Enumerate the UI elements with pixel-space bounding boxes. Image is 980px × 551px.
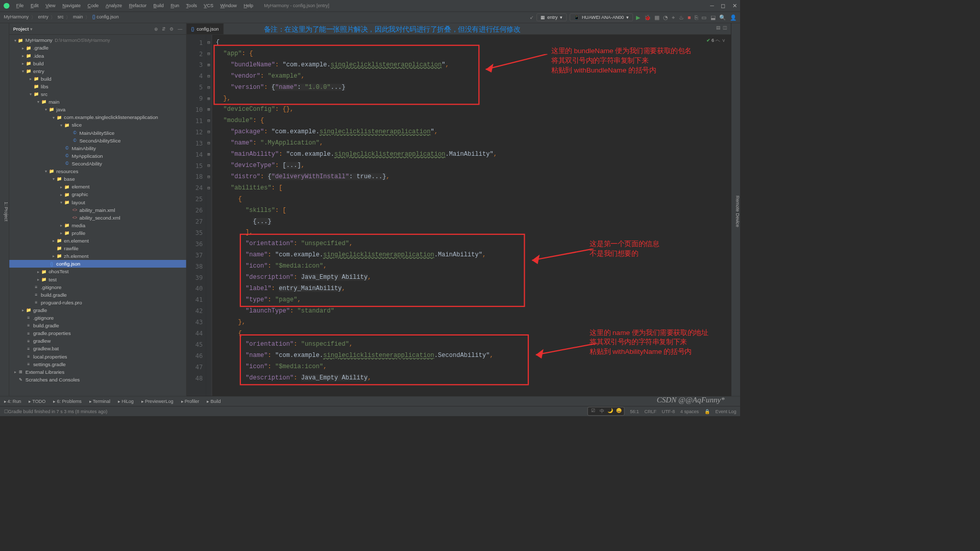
tree-item[interactable]: <>ability_main.xml	[9, 206, 186, 213]
menu-edit[interactable]: Edit	[28, 2, 42, 10]
tree-item[interactable]: ▾📁com.example.singleclicklistenerapplica…	[9, 113, 186, 121]
tree-item[interactable]: ©MainAbility	[9, 144, 186, 152]
account-icon[interactable]: 👤	[730, 14, 737, 21]
tree-item[interactable]: ▸📁element	[9, 183, 186, 190]
crumb-2[interactable]: src	[58, 14, 64, 21]
fold-gutter[interactable]: ⊟⊟⊞⊟⊟⊞⊞⊟⊟⊟⊞⊟⊟⊟	[206, 35, 212, 396]
tree-item[interactable]: ≡settings.gradle	[9, 360, 186, 368]
crumb-1[interactable]: entry	[38, 14, 48, 21]
tree-item[interactable]: ≡build.gradle	[9, 291, 186, 298]
tree-item[interactable]: ▾📁main	[9, 98, 186, 106]
tool-terminal[interactable]: ▸ Terminal	[89, 398, 110, 404]
tree-item[interactable]: ▾📁base	[9, 175, 186, 183]
line-sep[interactable]: CRLF	[644, 409, 656, 414]
tree-item[interactable]: ©MyApplication	[9, 152, 186, 160]
tree-item[interactable]: ▾📁src	[9, 90, 186, 98]
avd-icon[interactable]: ▭	[701, 14, 706, 21]
tool-hilog[interactable]: ▸ HiLog	[118, 398, 134, 404]
tree-item[interactable]: ▸⊞External Libraries	[9, 368, 186, 375]
crumb-0[interactable]: MyHarmony	[4, 14, 29, 21]
stop-icon[interactable]: ■	[688, 14, 691, 21]
tree-item[interactable]: ▾📁resources	[9, 167, 186, 175]
menu-vcs[interactable]: VCS	[201, 2, 216, 10]
menu-navigate[interactable]: Navigate	[59, 2, 84, 10]
expand-icon[interactable]: ⇵	[162, 26, 166, 32]
tool-profiler[interactable]: ▸ Profiler	[181, 398, 200, 404]
tree-item[interactable]: ≡.gitignore	[9, 314, 186, 322]
tree-item[interactable]: ≡proguard-rules.pro	[9, 299, 186, 306]
tree-item[interactable]: 📁libs	[9, 83, 186, 90]
project-tree[interactable]: ▾📁MyHarmonyD:\HarmonOS\MyHarmony▸📁.gradl…	[9, 35, 186, 396]
tab-config-json[interactable]: {} config.json	[187, 23, 224, 34]
coverage-icon[interactable]: ▦	[654, 14, 659, 21]
tree-item[interactable]: {}config.json	[9, 260, 186, 268]
tool-build[interactable]: ▸ Build	[207, 398, 220, 404]
crumb-3[interactable]: main	[73, 14, 83, 21]
tree-item[interactable]: ▸📁zh.element	[9, 252, 186, 260]
tree-item[interactable]: ▸📁ohosTest	[9, 268, 186, 275]
menu-help[interactable]: Help	[240, 2, 256, 10]
tree-item[interactable]: ▸📁.gradle	[9, 44, 186, 52]
tree-item[interactable]: ▸📁build	[9, 75, 186, 83]
code-content[interactable]: { "app": { "bundleName": "com.example.si…	[212, 35, 730, 396]
tree-item[interactable]: ▾📁MyHarmonyD:\HarmonOS\MyHarmony	[9, 36, 186, 44]
close-icon[interactable]: ✕	[732, 3, 737, 9]
run-icon[interactable]: ▶	[636, 14, 640, 21]
tree-item[interactable]: ▸📁graphic	[9, 190, 186, 198]
tree-item[interactable]: 📁rawfile	[9, 245, 186, 252]
device-selector[interactable]: 📱 HUAWEI ANA-AN00 ▾	[570, 13, 633, 21]
menu-analyze[interactable]: Analyze	[103, 2, 125, 10]
minimize-icon[interactable]: ─	[710, 3, 714, 9]
menu-window[interactable]: Window	[217, 2, 240, 10]
tree-item[interactable]: <>ability_second.xml	[9, 213, 186, 221]
tree-item[interactable]: ©MainAbilitySlice	[9, 129, 186, 136]
tree-item[interactable]: ▸📁en.element	[9, 237, 186, 245]
tool-6-problems[interactable]: ▸ 6: Problems	[53, 398, 81, 404]
tree-item[interactable]: ≡gradle.properties	[9, 329, 186, 337]
attach-icon[interactable]: ⌖	[672, 14, 675, 21]
hot-icon[interactable]: ♨	[679, 14, 684, 21]
tree-item[interactable]: ≡.gitignore	[9, 283, 186, 291]
tree-item[interactable]: ▸📁profile	[9, 229, 186, 237]
encoding[interactable]: UTF-8	[662, 409, 675, 414]
menu-run[interactable]: Run	[167, 2, 182, 10]
menu-build[interactable]: Build	[151, 2, 167, 10]
tree-item[interactable]: ©SecondAbility	[9, 160, 186, 167]
maximize-icon[interactable]: ◻	[721, 3, 725, 9]
hide-icon[interactable]: —	[178, 26, 182, 32]
tree-item[interactable]: ▸📁.idea	[9, 52, 186, 59]
tool-4-run[interactable]: ▸ 4: Run	[4, 398, 21, 404]
tree-item[interactable]: ▾📁slice	[9, 121, 186, 129]
indent[interactable]: 4 spaces	[680, 409, 699, 414]
project-tool-tab[interactable]: 1: Project	[4, 27, 9, 396]
tree-item[interactable]: ▾📁java	[9, 106, 186, 113]
gear-icon[interactable]: ⚙	[169, 26, 174, 32]
tree-item[interactable]: ≡gradlew	[9, 337, 186, 345]
event-log[interactable]: Event Log	[716, 409, 737, 414]
menu-view[interactable]: View	[42, 2, 59, 10]
sdk-icon[interactable]: ⬓	[710, 14, 716, 21]
menu-file[interactable]: File	[13, 2, 27, 10]
remote-device-tab[interactable]: Remote Device	[734, 196, 740, 227]
profile-icon[interactable]: ◔	[663, 14, 668, 21]
tree-item[interactable]: ≡local.properties	[9, 352, 186, 360]
tree-item[interactable]: ≡build.gradle	[9, 322, 186, 329]
tree-item[interactable]: ▾📁entry	[9, 67, 186, 75]
git-icon[interactable]: ⎘	[695, 14, 698, 21]
tree-item[interactable]: ≡gradlew.bat	[9, 345, 186, 352]
search-icon[interactable]: 🔍	[719, 14, 726, 21]
menu-tools[interactable]: Tools	[183, 2, 200, 10]
menu-refactor[interactable]: Refactor	[126, 2, 150, 10]
tree-item[interactable]: ▸📁test	[9, 275, 186, 283]
tree-item[interactable]: ▸📁build	[9, 59, 186, 67]
module-selector[interactable]: ▦ entry ▾	[536, 13, 567, 21]
split-icon[interactable]: ◫	[723, 25, 727, 30]
debug-icon[interactable]: 🐞	[644, 14, 651, 21]
menu-code[interactable]: Code	[85, 2, 102, 10]
tree-item[interactable]: ▸📁media	[9, 221, 186, 229]
tree-item[interactable]: ©SecondAbilitySlice	[9, 136, 186, 144]
locate-icon[interactable]: ⊕	[154, 26, 158, 32]
crumb-4[interactable]: {} config.json	[92, 14, 119, 21]
ime-pill[interactable]: ☑中🌙😀	[587, 407, 624, 416]
tree-item[interactable]: ▸📁gradle	[9, 306, 186, 314]
